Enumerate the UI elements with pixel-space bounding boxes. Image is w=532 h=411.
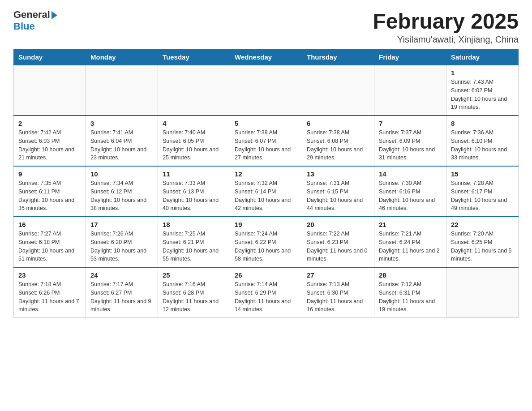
day-info: Sunrise: 7:20 AMSunset: 6:25 PMDaylight:… xyxy=(451,230,514,263)
calendar-day-cell xyxy=(230,65,302,116)
calendar-day-cell: 12Sunrise: 7:32 AMSunset: 6:14 PMDayligh… xyxy=(230,166,302,217)
day-of-week-header: Wednesday xyxy=(230,50,302,65)
calendar-day-cell: 18Sunrise: 7:25 AMSunset: 6:21 PMDayligh… xyxy=(158,217,230,267)
calendar-day-cell: 22Sunrise: 7:20 AMSunset: 6:25 PMDayligh… xyxy=(446,217,519,267)
day-number: 9 xyxy=(18,170,81,178)
day-info: Sunrise: 7:13 AMSunset: 6:30 PMDaylight:… xyxy=(307,280,369,314)
calendar-week-row: 23Sunrise: 7:18 AMSunset: 6:26 PMDayligh… xyxy=(14,267,519,318)
day-number: 16 xyxy=(18,221,81,228)
calendar-day-cell: 6Sunrise: 7:38 AMSunset: 6:08 PMDaylight… xyxy=(302,116,374,166)
calendar-day-cell: 24Sunrise: 7:17 AMSunset: 6:27 PMDayligh… xyxy=(86,267,158,318)
day-of-week-header: Tuesday xyxy=(158,50,230,65)
calendar-header-row: SundayMondayTuesdayWednesdayThursdayFrid… xyxy=(14,50,519,65)
title-area: February 2025 Yisilamu'awati, Xinjiang, … xyxy=(373,9,519,45)
day-number: 10 xyxy=(90,170,153,178)
day-info: Sunrise: 7:35 AMSunset: 6:11 PMDaylight:… xyxy=(18,179,81,213)
day-of-week-header: Friday xyxy=(374,50,446,65)
day-number: 11 xyxy=(163,170,225,178)
day-of-week-header: Thursday xyxy=(302,50,374,65)
day-number: 4 xyxy=(163,120,225,127)
day-info: Sunrise: 7:24 AMSunset: 6:22 PMDaylight:… xyxy=(235,230,297,263)
day-of-week-header: Monday xyxy=(86,50,158,65)
day-number: 12 xyxy=(235,170,297,178)
day-info: Sunrise: 7:42 AMSunset: 6:03 PMDaylight:… xyxy=(18,128,81,162)
day-info: Sunrise: 7:33 AMSunset: 6:13 PMDaylight:… xyxy=(163,179,225,213)
calendar-day-cell: 3Sunrise: 7:41 AMSunset: 6:04 PMDaylight… xyxy=(86,116,158,166)
day-number: 27 xyxy=(307,271,369,279)
day-number: 1 xyxy=(451,69,514,77)
header: General Blue February 2025 Yisilamu'awat… xyxy=(13,9,519,45)
month-title: February 2025 xyxy=(373,9,519,34)
calendar-day-cell: 11Sunrise: 7:33 AMSunset: 6:13 PMDayligh… xyxy=(158,166,230,217)
day-number: 20 xyxy=(307,221,369,228)
day-number: 14 xyxy=(379,170,442,178)
day-info: Sunrise: 7:36 AMSunset: 6:10 PMDaylight:… xyxy=(451,128,514,162)
calendar-day-cell: 4Sunrise: 7:40 AMSunset: 6:05 PMDaylight… xyxy=(158,116,230,166)
day-number: 8 xyxy=(451,120,514,127)
day-info: Sunrise: 7:25 AMSunset: 6:21 PMDaylight:… xyxy=(163,230,225,263)
calendar-day-cell xyxy=(86,65,158,116)
calendar-day-cell: 19Sunrise: 7:24 AMSunset: 6:22 PMDayligh… xyxy=(230,217,302,267)
calendar-day-cell: 1Sunrise: 7:43 AMSunset: 6:02 PMDaylight… xyxy=(446,65,519,116)
calendar-day-cell: 9Sunrise: 7:35 AMSunset: 6:11 PMDaylight… xyxy=(14,166,86,217)
day-number: 13 xyxy=(307,170,369,178)
day-info: Sunrise: 7:21 AMSunset: 6:24 PMDaylight:… xyxy=(379,230,442,263)
day-number: 7 xyxy=(379,120,442,127)
day-info: Sunrise: 7:32 AMSunset: 6:14 PMDaylight:… xyxy=(235,179,297,213)
day-number: 19 xyxy=(235,221,297,228)
day-of-week-header: Saturday xyxy=(446,50,519,65)
day-number: 6 xyxy=(307,120,369,127)
calendar-day-cell: 15Sunrise: 7:28 AMSunset: 6:17 PMDayligh… xyxy=(446,166,519,217)
day-info: Sunrise: 7:16 AMSunset: 6:28 PMDaylight:… xyxy=(163,280,225,314)
day-number: 25 xyxy=(163,271,225,279)
day-number: 21 xyxy=(379,221,442,228)
calendar-day-cell: 26Sunrise: 7:14 AMSunset: 6:29 PMDayligh… xyxy=(230,267,302,318)
day-info: Sunrise: 7:40 AMSunset: 6:05 PMDaylight:… xyxy=(163,128,225,162)
logo: General Blue xyxy=(13,9,57,32)
location-title: Yisilamu'awati, Xinjiang, China xyxy=(373,34,519,45)
calendar-day-cell: 23Sunrise: 7:18 AMSunset: 6:26 PMDayligh… xyxy=(14,267,86,318)
day-info: Sunrise: 7:34 AMSunset: 6:12 PMDaylight:… xyxy=(90,179,153,213)
calendar-day-cell: 27Sunrise: 7:13 AMSunset: 6:30 PMDayligh… xyxy=(302,267,374,318)
logo-arrow-icon xyxy=(51,11,57,19)
day-number: 2 xyxy=(18,120,81,127)
calendar-week-row: 2Sunrise: 7:42 AMSunset: 6:03 PMDaylight… xyxy=(14,116,519,166)
logo-blue-text: Blue xyxy=(13,21,35,32)
day-number: 26 xyxy=(235,271,297,279)
calendar-day-cell xyxy=(446,267,519,318)
day-info: Sunrise: 7:18 AMSunset: 6:26 PMDaylight:… xyxy=(18,280,81,314)
day-number: 24 xyxy=(90,271,153,279)
day-info: Sunrise: 7:17 AMSunset: 6:27 PMDaylight:… xyxy=(90,280,153,314)
calendar-week-row: 1Sunrise: 7:43 AMSunset: 6:02 PMDaylight… xyxy=(14,65,519,116)
calendar-day-cell: 28Sunrise: 7:12 AMSunset: 6:31 PMDayligh… xyxy=(374,267,446,318)
day-number: 22 xyxy=(451,221,514,228)
day-info: Sunrise: 7:30 AMSunset: 6:16 PMDaylight:… xyxy=(379,179,442,213)
day-number: 17 xyxy=(90,221,153,228)
day-number: 28 xyxy=(379,271,442,279)
calendar-day-cell: 13Sunrise: 7:31 AMSunset: 6:15 PMDayligh… xyxy=(302,166,374,217)
calendar-day-cell: 5Sunrise: 7:39 AMSunset: 6:07 PMDaylight… xyxy=(230,116,302,166)
day-info: Sunrise: 7:28 AMSunset: 6:17 PMDaylight:… xyxy=(451,179,514,213)
day-number: 18 xyxy=(163,221,225,228)
day-info: Sunrise: 7:38 AMSunset: 6:08 PMDaylight:… xyxy=(307,128,369,162)
day-info: Sunrise: 7:41 AMSunset: 6:04 PMDaylight:… xyxy=(90,128,153,162)
calendar-day-cell: 17Sunrise: 7:26 AMSunset: 6:20 PMDayligh… xyxy=(86,217,158,267)
day-info: Sunrise: 7:39 AMSunset: 6:07 PMDaylight:… xyxy=(235,128,297,162)
calendar-day-cell xyxy=(374,65,446,116)
calendar-day-cell xyxy=(302,65,374,116)
calendar-day-cell: 2Sunrise: 7:42 AMSunset: 6:03 PMDaylight… xyxy=(14,116,86,166)
calendar: SundayMondayTuesdayWednesdayThursdayFrid… xyxy=(13,49,519,318)
calendar-day-cell xyxy=(158,65,230,116)
calendar-week-row: 16Sunrise: 7:27 AMSunset: 6:18 PMDayligh… xyxy=(14,217,519,267)
calendar-day-cell: 14Sunrise: 7:30 AMSunset: 6:16 PMDayligh… xyxy=(374,166,446,217)
calendar-week-row: 9Sunrise: 7:35 AMSunset: 6:11 PMDaylight… xyxy=(14,166,519,217)
day-info: Sunrise: 7:22 AMSunset: 6:23 PMDaylight:… xyxy=(307,230,369,263)
day-number: 23 xyxy=(18,271,81,279)
day-info: Sunrise: 7:12 AMSunset: 6:31 PMDaylight:… xyxy=(379,280,442,314)
day-info: Sunrise: 7:37 AMSunset: 6:09 PMDaylight:… xyxy=(379,128,442,162)
day-info: Sunrise: 7:14 AMSunset: 6:29 PMDaylight:… xyxy=(235,280,297,314)
day-number: 15 xyxy=(451,170,514,178)
calendar-day-cell: 10Sunrise: 7:34 AMSunset: 6:12 PMDayligh… xyxy=(86,166,158,217)
day-info: Sunrise: 7:31 AMSunset: 6:15 PMDaylight:… xyxy=(307,179,369,213)
day-info: Sunrise: 7:27 AMSunset: 6:18 PMDaylight:… xyxy=(18,230,81,263)
